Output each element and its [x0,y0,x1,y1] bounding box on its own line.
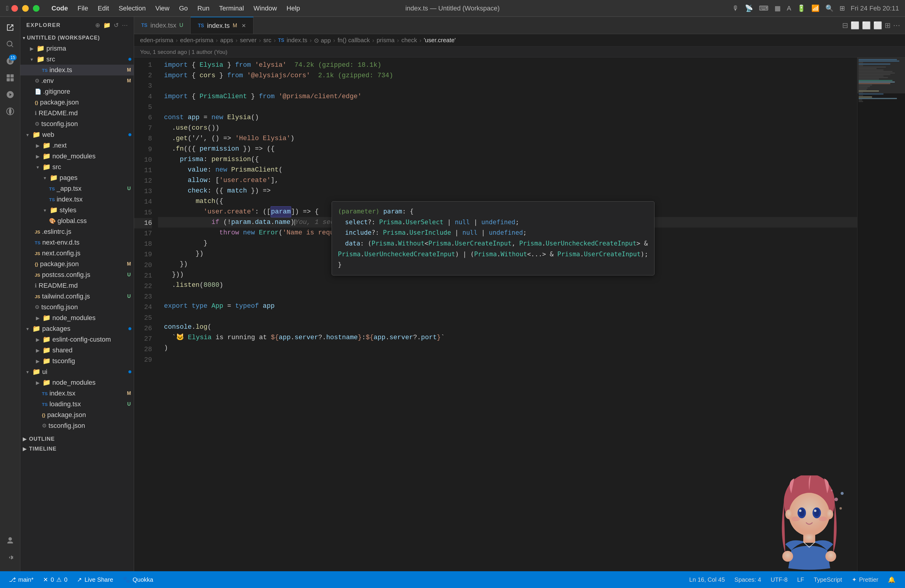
menu-code[interactable]: Code [51,5,68,12]
tree-item-index-tsx-ui[interactable]: TS index.tsx M [21,388,134,399]
tree-item-tailwind[interactable]: JS tailwind.config.js U [21,291,134,302]
menu-help[interactable]: Help [286,5,300,12]
status-branch[interactable]: ⎇ main* [5,571,38,588]
tree-item-global-css[interactable]: 🎨 global.css [21,216,134,226]
toggle-panel-icon[interactable]: ⬜ [862,21,871,30]
breadcrumb-server[interactable]: server [240,37,257,44]
menu-terminal[interactable]: Terminal [219,5,244,12]
menu-edit[interactable]: Edit [98,5,109,12]
settings-icon[interactable] [2,550,18,565]
breadcrumb-index-ts[interactable]: index.ts [287,37,307,44]
tree-item-tsconfig-web[interactable]: ⚙ tsconfig.json [21,302,134,313]
breadcrumb-user-create[interactable]: 'user.create' [424,37,456,44]
menu-selection[interactable]: Selection [119,5,146,12]
code-editor[interactable]: import { Elysia } from 'elysia' 74.2k (g… [158,57,857,571]
tree-item-next-config[interactable]: JS next.config.js [21,248,134,259]
git-icon[interactable]: 15 [2,53,18,69]
refresh-icon[interactable]: ↺ [114,22,119,29]
tree-item-next-env[interactable]: TS next-env.d.ts [21,237,134,248]
tree-item-styles[interactable]: ▾ 📁 styles [21,205,134,216]
more-actions-icon[interactable]: ⋯ [893,21,900,30]
tree-item-ui[interactable]: ▾ 📁 ui [21,366,134,377]
tree-item-shared[interactable]: ▶ 📁 shared [21,345,134,356]
tree-item-node-modules-ui[interactable]: ▶ 📁 node_modules [21,377,134,388]
menu-window[interactable]: Window [254,5,277,12]
menu-run[interactable]: Run [197,5,210,12]
tree-item-tsconfig-packages[interactable]: ▶ 📁 tsconfig [21,356,134,366]
tree-item-loading-tsx[interactable]: TS loading.tsx U [21,399,134,410]
breadcrumb-eden-1[interactable]: eden-prisma [140,37,173,44]
tab-index-tsx[interactable]: TS index.tsx U [134,17,191,34]
menu-file[interactable]: File [78,5,88,12]
status-live-share[interactable]: ↗ Live Share [73,571,117,588]
tree-item-tsconfig-ui[interactable]: ⚙ tsconfig.json [21,420,134,431]
tree-item-packages[interactable]: ▾ 📁 packages [21,323,134,334]
new-folder-icon[interactable]: 📁 [103,22,111,29]
status-line-ending[interactable]: LF [792,571,809,588]
breadcrumb-src[interactable]: src [264,37,272,44]
status-position[interactable]: Ln 16, Col 45 [684,571,730,588]
tree-item-tsconfig-server[interactable]: ⚙ tsconfig.json [21,119,134,129]
tree-item-eslintrc[interactable]: JS .eslintrc.js [21,226,134,237]
extensions-icon[interactable] [2,70,18,86]
maximize-button[interactable] [33,5,40,12]
tree-item-src-web[interactable]: ▾ 📁 src [21,162,134,172]
workspace-root[interactable]: ▾ UNTITLED (WORKSPACE) [21,32,134,43]
close-button[interactable] [11,5,18,12]
split-editor-icon[interactable]: ⊟ [842,21,848,30]
tree-item-package-json-ui[interactable]: {} package.json [21,410,134,420]
tree-item-index-tsx-web[interactable]: TS index.tsx [21,194,134,205]
debug-icon[interactable] [2,87,18,102]
menu-go[interactable]: Go [179,5,187,12]
tree-item-index-ts[interactable]: TS index.ts M [21,65,134,75]
toggle-sidebar-icon[interactable]: ⬜ [851,21,859,30]
menu-view[interactable]: View [155,5,169,12]
remote-icon[interactable] [2,103,18,119]
status-notifications[interactable]: 🔔 [883,571,900,588]
outline-section[interactable]: ▶ OUTLINE [21,434,134,444]
breadcrumb-prisma[interactable]: prisma [376,37,394,44]
tree-item-pages[interactable]: ▾ 📁 pages [21,172,134,183]
tree-item-postcss[interactable]: JS postcss.config.js U [21,269,134,280]
tab-close-index-ts[interactable]: ✕ [241,22,246,29]
status-errors-warnings[interactable]: ✕ 0 ⚠ 0 [39,571,71,588]
tree-item-package-json-server[interactable]: {} package.json [21,97,134,108]
status-language[interactable]: TypeScript [809,571,847,588]
tree-item-web[interactable]: ▾ 📁 web [21,129,134,140]
tree-item-eslint-config[interactable]: ▶ 📁 eslint-config-custom [21,334,134,345]
tree-item-env[interactable]: ⚙ .env M [21,75,134,86]
tree-item-package-json-web[interactable]: {} package.json M [21,259,134,269]
minimize-button[interactable] [22,5,29,12]
code-line-25 [158,311,857,322]
tree-item-prisma[interactable]: ▶ 📁 prisma [21,43,134,54]
status-encoding[interactable]: UTF-8 [766,571,792,588]
toggle-secondary-sidebar-icon[interactable]: ⬜ [873,21,882,30]
tree-item-node-modules-web[interactable]: ▶ 📁 node_modules [21,151,134,162]
tree-item-src-server[interactable]: ▾ 📁 src [21,54,134,65]
tree-item-next[interactable]: ▶ 📁 .next [21,140,134,151]
breadcrumb-app[interactable]: ⊙ app [314,37,331,44]
minimap[interactable] [857,57,905,571]
tree-item-node-modules-inner[interactable]: ▶ 📁 node_modules [21,313,134,323]
tree-item-readme-server[interactable]: ℹ README.md [21,108,134,119]
explorer-icon[interactable] [2,20,18,35]
breadcrumb-apps[interactable]: apps [220,37,233,44]
layout-controls-icon[interactable]: ⊞ [884,21,891,30]
breadcrumb-eden-2[interactable]: eden-prisma [180,37,213,44]
timeline-section[interactable]: ▶ TIMELINE [21,444,134,454]
tree-item-app-tsx[interactable]: TS _app.tsx U [21,183,134,194]
breadcrumb-check[interactable]: check [401,37,417,44]
collapse-all-icon[interactable]: ⋯ [122,22,128,29]
account-icon[interactable] [2,533,18,548]
status-quokka[interactable]: 🐾 Quokka [119,571,157,588]
search-activity-icon[interactable] [2,37,18,52]
new-file-icon[interactable]: ⊕ [95,22,100,29]
search-icon[interactable]: 🔍 [826,5,834,12]
tab-index-ts[interactable]: TS index.ts M ✕ [191,17,253,34]
tree-item-gitignore[interactable]: 📄 .gitignore [21,86,134,97]
status-prettier[interactable]: ✦ Prettier [847,571,883,588]
status-spaces[interactable]: Spaces: 4 [730,571,766,588]
tree-item-readme-web[interactable]: ℹ README.md [21,280,134,291]
breadcrumb-fn-callback[interactable]: fn() callback [338,37,370,44]
editor-content[interactable]: 12345 678910 1112131415 16 17181920 2122… [134,57,905,571]
